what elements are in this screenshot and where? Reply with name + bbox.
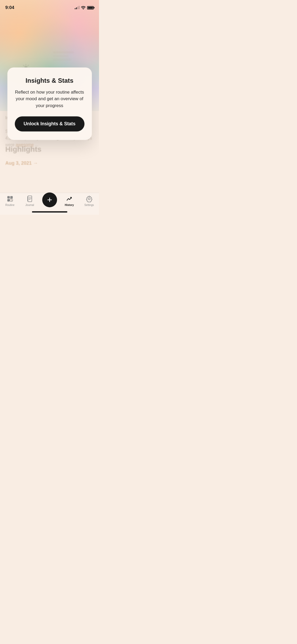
routine-icon <box>6 195 14 203</box>
settings-icon <box>86 195 93 203</box>
svg-rect-12 <box>27 196 28 201</box>
tab-journal[interactable]: Journal <box>20 195 40 206</box>
battery-icon <box>87 6 94 10</box>
status-time: 9:04 <box>5 5 14 10</box>
tab-settings[interactable]: Settings <box>79 195 99 206</box>
status-icons <box>75 6 94 10</box>
home-indicator <box>32 211 67 213</box>
add-button[interactable] <box>42 192 57 207</box>
svg-point-18 <box>88 198 90 200</box>
modal-description: Reflect on how your routine affects your… <box>15 89 84 109</box>
tab-journal-label: Journal <box>25 204 34 206</box>
signal-icon <box>75 6 79 9</box>
tab-routine-label: Routine <box>5 204 14 206</box>
insights-modal: Insights & Stats Reflect on how your rou… <box>7 67 92 140</box>
svg-rect-11 <box>28 196 32 202</box>
tab-add[interactable] <box>40 195 59 207</box>
svg-rect-3 <box>7 196 10 199</box>
modal-overlay: Insights & Stats Reflect on how your rou… <box>0 0 99 215</box>
svg-rect-5 <box>7 199 10 201</box>
history-icon <box>66 195 73 203</box>
tab-history-label: History <box>65 204 74 206</box>
unlock-button[interactable]: Unlock Insights & Stats <box>15 116 84 131</box>
plus-icon <box>46 197 53 203</box>
wifi-icon <box>81 6 86 10</box>
tab-routine[interactable]: Routine <box>0 195 20 206</box>
modal-title: Insights & Stats <box>15 77 84 85</box>
journal-icon <box>26 195 34 203</box>
tab-history[interactable]: History <box>59 195 79 206</box>
tab-settings-label: Settings <box>84 204 94 206</box>
svg-rect-4 <box>10 196 12 199</box>
status-bar: 9:04 <box>0 0 99 12</box>
